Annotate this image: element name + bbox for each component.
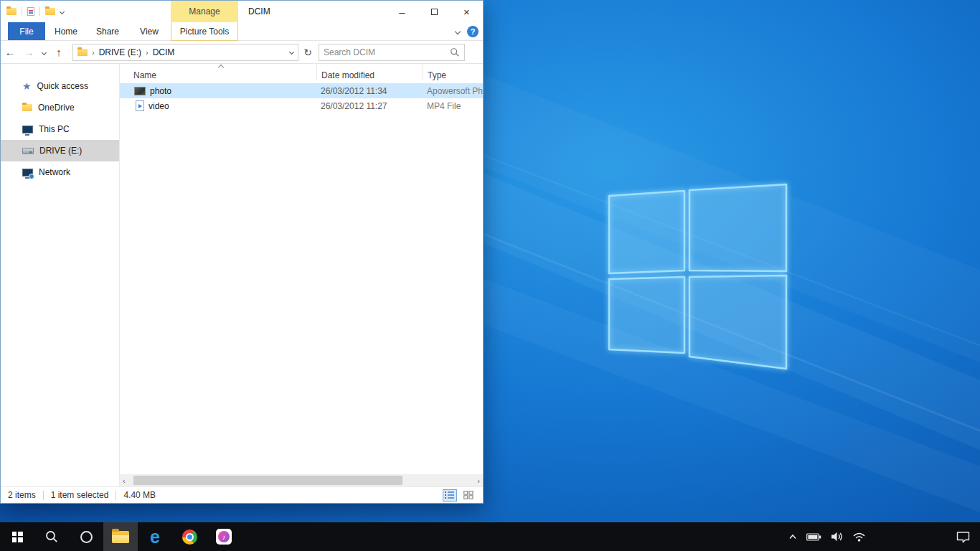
edge-button[interactable]: e	[138, 522, 172, 551]
scrollbar-thumb[interactable]	[133, 476, 402, 485]
refresh-button[interactable]: ↻	[298, 47, 317, 58]
explorer-main: ★ Quick access OneDrive This PC DRIVE (E…	[1, 64, 483, 486]
up-button[interactable]: ↑	[50, 46, 68, 58]
music-note-icon: ♪	[218, 531, 230, 542]
file-row-video[interactable]: video 26/03/2012 11:27 MP4 File	[120, 98, 483, 113]
breadcrumb-dcim[interactable]: DCIM	[153, 47, 175, 57]
breadcrumb-drive[interactable]: DRIVE (E:)	[99, 47, 141, 57]
sidebar-item-label: This PC	[39, 124, 70, 134]
file-date-modified: 26/03/2012 11:34	[316, 86, 423, 96]
search-box[interactable]	[319, 44, 465, 61]
sidebar-item-network[interactable]: Network	[1, 161, 119, 183]
tab-view[interactable]: View	[128, 22, 170, 40]
qat-folder-icon[interactable]	[6, 8, 17, 15]
file-explorer-taskbar-button[interactable]	[103, 522, 138, 551]
large-icons-view-button[interactable]	[461, 489, 476, 501]
qat-dropdown-icon[interactable]	[60, 9, 65, 14]
search-icon	[45, 530, 58, 543]
tab-file[interactable]: File	[8, 22, 45, 40]
address-bar-row: ← → ↑ › DRIVE (E:) › DCIM ↻	[1, 41, 483, 64]
windows-start-icon	[12, 532, 23, 542]
this-pc-icon	[22, 126, 33, 133]
maximize-button[interactable]	[418, 1, 451, 22]
itunes-icon: ♪	[216, 529, 232, 545]
close-button[interactable]: ×	[451, 1, 483, 22]
sidebar-item-label: DRIVE (E:)	[39, 146, 82, 156]
qat-separator	[39, 6, 40, 17]
volume-icon[interactable]	[831, 532, 844, 542]
onedrive-icon	[22, 104, 32, 111]
sidebar-item-drive-e[interactable]: DRIVE (E:)	[1, 140, 119, 161]
chrome-button[interactable]	[172, 522, 207, 551]
file-list-empty-area[interactable]	[120, 113, 483, 474]
sidebar-item-this-pc[interactable]: This PC	[1, 118, 119, 140]
sidebar-item-onedrive[interactable]: OneDrive	[1, 97, 119, 118]
selection-size: 4.40 MB	[123, 490, 156, 500]
photo-thumbnail-icon	[134, 87, 146, 95]
horizontal-scrollbar[interactable]: ‹ ›	[120, 474, 483, 486]
file-explorer-icon	[112, 531, 129, 543]
file-date-modified: 26/03/2012 11:27	[316, 101, 423, 111]
quick-access-icon: ★	[22, 81, 32, 91]
drive-icon	[22, 148, 34, 154]
cortana-icon	[80, 531, 93, 543]
search-icon	[450, 47, 460, 57]
edge-icon: e	[150, 528, 160, 546]
address-dropdown-icon[interactable]	[289, 50, 294, 55]
column-header-type[interactable]: Type	[423, 64, 483, 80]
file-row-photo[interactable]: photo 26/03/2012 11:34 Apowersoft Pho	[120, 83, 483, 98]
column-header-name[interactable]: Name	[120, 70, 316, 80]
taskbar: e ♪	[0, 522, 980, 551]
tab-picture-tools[interactable]: Picture Tools	[171, 22, 238, 41]
quick-access-toolbar	[6, 1, 64, 22]
action-center-icon[interactable]	[956, 531, 970, 543]
column-header-date-modified[interactable]: Date modified	[316, 64, 423, 80]
help-button[interactable]: ?	[467, 26, 479, 37]
video-file-icon	[136, 100, 144, 111]
address-bar[interactable]: › DRIVE (E:) › DCIM	[72, 44, 298, 61]
title-bar: Manage DCIM – ×	[1, 1, 483, 22]
tab-share[interactable]: Share	[87, 22, 128, 40]
forward-button[interactable]: →	[19, 46, 38, 58]
qat-new-folder-icon[interactable]	[45, 8, 55, 15]
ribbon-tab-row: File Home Share View Picture Tools ?	[1, 22, 483, 41]
system-tray	[788, 522, 980, 551]
network-icon	[22, 169, 33, 176]
qat-properties-icon[interactable]	[27, 7, 34, 16]
sidebar-item-label: OneDrive	[38, 103, 75, 113]
sidebar-item-quick-access[interactable]: ★ Quick access	[1, 75, 119, 97]
maximize-icon	[431, 9, 438, 15]
network-globe-icon	[29, 174, 34, 179]
contextual-tab-manage[interactable]: Manage	[171, 1, 238, 22]
status-bar: 2 items 1 item selected 4.40 MB	[1, 486, 483, 503]
taskbar-search-button[interactable]	[34, 522, 69, 551]
details-view-button[interactable]	[443, 489, 457, 501]
sidebar-item-label: Network	[39, 167, 70, 177]
search-input[interactable]	[324, 47, 450, 57]
breadcrumb-separator: ›	[92, 48, 95, 57]
file-explorer-window: Manage DCIM – × File Home Share View Pic…	[0, 0, 484, 504]
tab-home[interactable]: Home	[45, 22, 87, 40]
scroll-right-arrow[interactable]: ›	[477, 476, 480, 485]
recent-locations-dropdown[interactable]	[38, 49, 50, 56]
start-button[interactable]	[0, 522, 34, 551]
wifi-icon[interactable]	[853, 532, 865, 542]
battery-icon[interactable]	[806, 533, 821, 541]
details-view-icon	[445, 491, 455, 499]
cortana-button[interactable]	[69, 522, 103, 551]
scroll-left-arrow[interactable]: ‹	[123, 476, 126, 485]
tray-expand-icon[interactable]	[788, 534, 797, 540]
collapse-ribbon-icon[interactable]	[455, 29, 461, 34]
itunes-button[interactable]: ♪	[207, 522, 241, 551]
minimize-button[interactable]: –	[386, 1, 418, 22]
back-button[interactable]: ←	[1, 46, 19, 58]
column-headers: Name Date modified Type	[120, 64, 483, 83]
large-icons-view-icon	[463, 491, 473, 499]
chrome-icon	[182, 529, 197, 545]
qat-separator	[22, 6, 22, 17]
file-type: Apowersoft Pho	[423, 86, 483, 96]
file-name: photo	[150, 86, 171, 96]
location-folder-icon	[77, 49, 88, 56]
file-type: MP4 File	[423, 101, 483, 111]
selection-summary: 1 item selected	[51, 490, 109, 500]
